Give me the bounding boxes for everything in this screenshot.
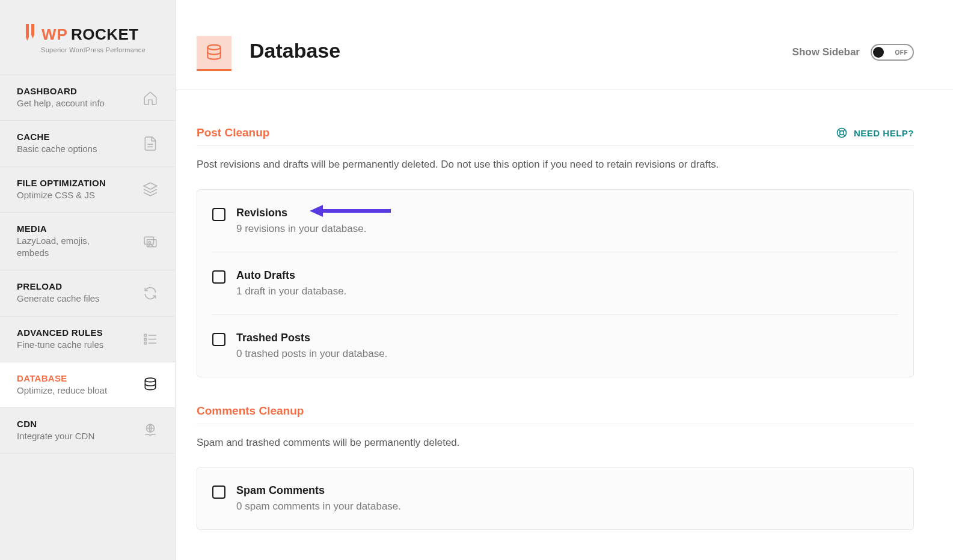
option-row-auto-drafts: Auto Drafts 1 draft in your database. [212, 252, 898, 315]
nav-desc: Integrate your CDN [17, 430, 94, 442]
section-desc: Spam and trashed comments will be perman… [197, 435, 914, 451]
content-area: Post Cleanup NEED HELP? Post revisions a… [176, 90, 953, 560]
checkbox-trashed-posts[interactable] [212, 333, 225, 346]
section-title: Comments Cleanup [197, 404, 304, 418]
nav-title: DATABASE [17, 373, 107, 383]
option-desc: 1 draft in your database. [236, 285, 346, 297]
nav-title: ADVANCED RULES [17, 327, 103, 338]
section-header-row: Post Cleanup NEED HELP? [197, 126, 914, 146]
logo-subtitle: Superior WordPress Performance [41, 46, 157, 53]
option-row-trashed-posts: Trashed Posts 0 trashed posts in your da… [212, 315, 898, 377]
option-title: Trashed Posts [236, 332, 387, 344]
option-row-spam-comments: Spam Comments 0 spam comments in your da… [212, 467, 898, 529]
show-sidebar-label: Show Sidebar [792, 46, 860, 58]
page-title: Database [250, 39, 340, 62]
database-icon [142, 377, 158, 392]
nav-desc: Optimize, reduce bloat [17, 385, 107, 397]
page-header: Database Show Sidebar OFF [176, 0, 953, 90]
svg-point-9 [145, 379, 155, 383]
nav-title: FILE OPTIMIZATION [17, 178, 106, 188]
nav-item-database[interactable]: DATABASE Optimize, reduce bloat [0, 362, 175, 407]
nav-item-advanced-rules[interactable]: ADVANCED RULES Fine-tune cache rules [0, 316, 175, 362]
nav-title: PRELOAD [17, 281, 100, 291]
option-title: Auto Drafts [236, 269, 346, 282]
svg-point-2 [149, 241, 150, 243]
svg-line-14 [839, 130, 841, 132]
nav-item-cache[interactable]: CACHE Basic cache options [0, 120, 175, 166]
main-content: Database Show Sidebar OFF Post Cleanup N… [176, 0, 953, 560]
nav-desc: LazyLoad, emojis, embeds [17, 235, 119, 260]
need-help-label: NEED HELP? [854, 128, 914, 138]
option-title: Spam Comments [236, 484, 401, 497]
nav-desc: Fine-tune cache rules [17, 339, 103, 351]
nav-title: MEDIA [17, 224, 119, 234]
svg-rect-4 [144, 338, 146, 340]
nav-title: CDN [17, 419, 94, 429]
option-desc: 9 revisions in your database. [236, 223, 366, 235]
nav-item-cdn[interactable]: CDN Integrate your CDN [0, 407, 175, 454]
database-icon [204, 43, 224, 62]
nav-desc: Optimize CSS & JS [17, 189, 106, 201]
svg-point-13 [840, 131, 844, 135]
nav-item-media[interactable]: MEDIA LazyLoad, emojis, embeds [0, 212, 175, 270]
logo-rocket: ROCKET [71, 25, 139, 44]
option-title: Revisions [236, 207, 366, 219]
section-desc: Post revisions and drafts will be perman… [197, 157, 914, 172]
sidebar: WP ROCKET Superior WordPress Performance… [0, 0, 176, 560]
logo-wp: WP [41, 25, 68, 44]
sidebar-nav: DASHBOARD Get help, account info CACHE B… [0, 75, 175, 454]
document-icon [142, 136, 158, 151]
nav-desc: Basic cache options [17, 143, 97, 155]
list-icon [142, 331, 158, 347]
toggle-state: OFF [895, 49, 909, 56]
layers-icon [142, 181, 158, 197]
need-help-link[interactable]: NEED HELP? [836, 127, 914, 139]
svg-rect-3 [144, 335, 146, 336]
nav-title: DASHBOARD [17, 86, 105, 96]
image-icon [142, 234, 158, 249]
nav-title: CACHE [17, 132, 97, 142]
logo-icon [24, 24, 37, 45]
nav-item-preload[interactable]: PRELOAD Generate cache files [0, 270, 175, 315]
logo-block: WP ROCKET Superior WordPress Performance [0, 0, 175, 75]
nav-item-dashboard[interactable]: DASHBOARD Get help, account info [0, 75, 175, 120]
svg-line-16 [839, 135, 841, 136]
help-icon [836, 127, 848, 139]
refresh-icon [142, 285, 158, 301]
section-post-cleanup: Post Cleanup NEED HELP? Post revisions a… [197, 126, 914, 377]
checkbox-spam-comments[interactable] [212, 485, 225, 499]
svg-line-17 [843, 135, 845, 136]
globe-icon [142, 423, 158, 439]
checkbox-auto-drafts[interactable] [212, 270, 225, 284]
nav-item-file-optimization[interactable]: FILE OPTIMIZATION Optimize CSS & JS [0, 166, 175, 212]
header-icon-box [197, 36, 231, 71]
svg-rect-5 [144, 342, 146, 344]
show-sidebar-toggle[interactable]: OFF [871, 44, 914, 61]
option-card: Spam Comments 0 spam comments in your da… [197, 467, 914, 530]
option-card: Revisions 9 revisions in your database. … [197, 189, 914, 377]
svg-point-11 [207, 44, 220, 49]
option-desc: 0 trashed posts in your database. [236, 348, 387, 360]
toggle-knob [873, 47, 884, 58]
option-row-revisions: Revisions 9 revisions in your database. [212, 190, 898, 252]
nav-desc: Get help, account info [17, 97, 105, 109]
option-desc: 0 spam comments in your database. [236, 501, 401, 513]
home-icon [142, 90, 158, 106]
checkbox-revisions[interactable] [212, 208, 225, 221]
section-header-row: Comments Cleanup [197, 404, 914, 424]
svg-line-15 [843, 130, 845, 132]
section-title: Post Cleanup [197, 126, 269, 139]
section-comments-cleanup: Comments CleanupSpam and trashed comment… [197, 404, 914, 531]
nav-desc: Generate cache files [17, 293, 100, 305]
